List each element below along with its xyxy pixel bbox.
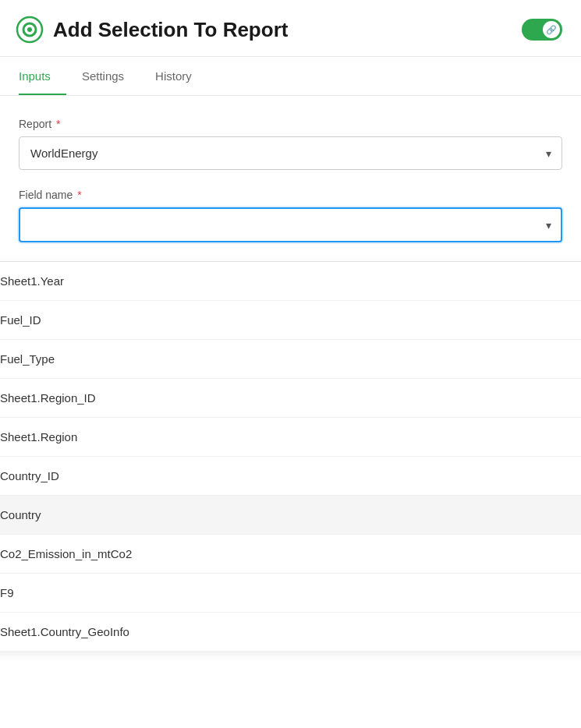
field-name-select[interactable] xyxy=(19,207,562,242)
dropdown-scroll-container: Sheet1.Year Fuel_ID Fuel_Type Sheet1.Reg… xyxy=(0,262,581,651)
dropdown-item-sheet1regionid[interactable]: Sheet1.Region_ID xyxy=(0,379,581,418)
dropdown-list: Sheet1.Year Fuel_ID Fuel_Type Sheet1.Reg… xyxy=(0,261,581,651)
dropdown-item-fueltype[interactable]: Fuel_Type xyxy=(0,340,581,379)
dropdown-item-sheet1year[interactable]: Sheet1.Year xyxy=(0,262,581,301)
tab-history[interactable]: History xyxy=(155,57,207,95)
report-select-wrapper: WorldEnergy ▾ xyxy=(19,136,562,170)
field-name-label: Field name * xyxy=(19,189,562,201)
dropdown-items: Sheet1.Year Fuel_ID Fuel_Type Sheet1.Reg… xyxy=(0,262,581,651)
tab-settings[interactable]: Settings xyxy=(82,57,140,95)
app-logo-icon xyxy=(16,16,44,44)
field-name-select-wrapper: ▾ xyxy=(19,207,562,242)
toggle-knob: 🔗 xyxy=(543,21,560,38)
main-content: Report * WorldEnergy ▾ Field name * ▾ xyxy=(0,96,581,242)
report-select[interactable]: WorldEnergy xyxy=(19,136,562,170)
tab-inputs[interactable]: Inputs xyxy=(19,57,66,95)
field-name-required-marker: * xyxy=(74,189,81,201)
link-toggle[interactable]: 🔗 xyxy=(522,19,562,41)
dropdown-item-co2emission[interactable]: Co2_Emission_in_mtCo2 xyxy=(0,535,581,574)
dropdown-item-sheet1countrygeoinfo[interactable]: Sheet1.Country_GeoInfo xyxy=(0,613,581,651)
dropdown-item-country[interactable]: Country xyxy=(0,496,581,535)
toggle-container[interactable]: 🔗 xyxy=(522,19,562,41)
dropdown-item-fuelid[interactable]: Fuel_ID xyxy=(0,301,581,340)
dropdown-item-sheet1region[interactable]: Sheet1.Region xyxy=(0,418,581,457)
tab-bar: Inputs Settings History xyxy=(0,57,581,96)
header-left: Add Selection To Report xyxy=(16,16,288,44)
page-header: Add Selection To Report 🔗 xyxy=(0,0,581,57)
svg-point-2 xyxy=(27,27,32,32)
dropdown-item-countryid[interactable]: Country_ID xyxy=(0,457,581,496)
report-label: Report * xyxy=(19,118,562,130)
report-required-marker: * xyxy=(53,118,60,130)
dropdown-item-f9[interactable]: F9 xyxy=(0,574,581,613)
link-icon: 🔗 xyxy=(546,25,557,35)
page-title: Add Selection To Report xyxy=(53,18,288,42)
